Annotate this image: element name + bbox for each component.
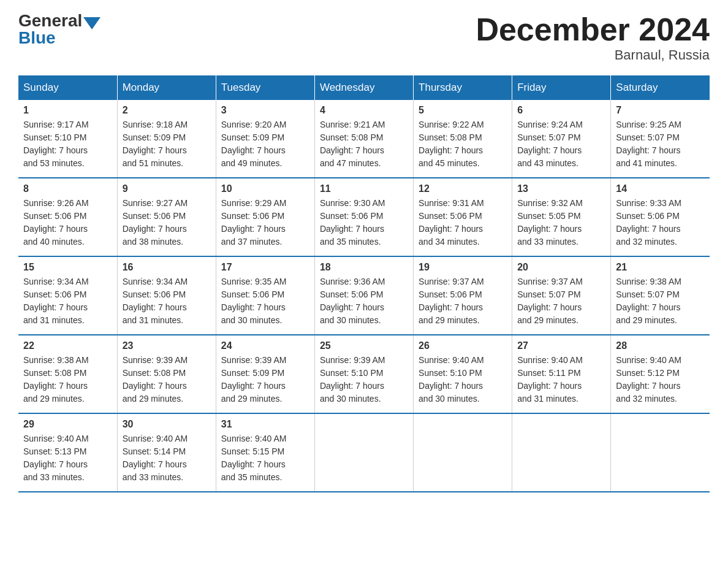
- logo-general-text: General: [18, 12, 82, 29]
- calendar-cell: 7Sunrise: 9:25 AM Sunset: 5:07 PM Daylig…: [611, 100, 710, 178]
- calendar-cell: 23Sunrise: 9:39 AM Sunset: 5:08 PM Dayli…: [117, 335, 216, 413]
- day-info: Sunrise: 9:27 AM Sunset: 5:06 PM Dayligh…: [123, 197, 211, 248]
- day-number: 22: [23, 340, 112, 351]
- day-number: 17: [221, 262, 309, 273]
- day-info: Sunrise: 9:38 AM Sunset: 5:07 PM Dayligh…: [616, 275, 705, 327]
- day-number: 2: [123, 105, 211, 116]
- calendar-cell: 16Sunrise: 9:34 AM Sunset: 5:06 PM Dayli…: [117, 256, 216, 335]
- title-block: December 2024 Barnaul, Russia: [476, 12, 710, 63]
- day-info: Sunrise: 9:40 AM Sunset: 5:13 PM Dayligh…: [23, 432, 112, 484]
- day-number: 11: [320, 183, 408, 194]
- day-number: 8: [23, 183, 112, 194]
- day-info: Sunrise: 9:37 AM Sunset: 5:06 PM Dayligh…: [419, 275, 507, 327]
- day-of-week-header: Thursday: [414, 75, 512, 100]
- day-number: 1: [23, 105, 112, 116]
- day-number: 9: [123, 183, 211, 194]
- logo-arrow-icon: [83, 17, 100, 29]
- calendar-cell: 2Sunrise: 9:18 AM Sunset: 5:09 PM Daylig…: [117, 100, 216, 178]
- day-info: Sunrise: 9:40 AM Sunset: 5:10 PM Dayligh…: [419, 354, 507, 405]
- calendar-cell: 20Sunrise: 9:37 AM Sunset: 5:07 PM Dayli…: [512, 256, 611, 335]
- day-info: Sunrise: 9:40 AM Sunset: 5:12 PM Dayligh…: [616, 354, 705, 405]
- day-number: 25: [320, 340, 408, 351]
- day-info: Sunrise: 9:40 AM Sunset: 5:15 PM Dayligh…: [221, 432, 309, 484]
- day-info: Sunrise: 9:38 AM Sunset: 5:08 PM Dayligh…: [23, 354, 112, 405]
- calendar-week-row: 15Sunrise: 9:34 AM Sunset: 5:06 PM Dayli…: [18, 256, 710, 335]
- day-number: 30: [123, 419, 211, 430]
- calendar-cell: 18Sunrise: 9:36 AM Sunset: 5:06 PM Dayli…: [314, 256, 413, 335]
- day-number: 15: [23, 262, 112, 273]
- day-info: Sunrise: 9:34 AM Sunset: 5:06 PM Dayligh…: [23, 275, 112, 327]
- day-info: Sunrise: 9:36 AM Sunset: 5:06 PM Dayligh…: [320, 275, 408, 327]
- day-number: 7: [616, 105, 705, 116]
- day-number: 3: [221, 105, 309, 116]
- day-of-week-header: Friday: [512, 75, 611, 100]
- calendar-cell: 29Sunrise: 9:40 AM Sunset: 5:13 PM Dayli…: [18, 413, 117, 492]
- calendar-cell: 31Sunrise: 9:40 AM Sunset: 5:15 PM Dayli…: [216, 413, 314, 492]
- calendar-week-row: 1Sunrise: 9:17 AM Sunset: 5:10 PM Daylig…: [18, 100, 710, 178]
- day-info: Sunrise: 9:25 AM Sunset: 5:07 PM Dayligh…: [616, 118, 705, 170]
- calendar-table: SundayMondayTuesdayWednesdayThursdayFrid…: [18, 75, 710, 492]
- calendar-cell: 30Sunrise: 9:40 AM Sunset: 5:14 PM Dayli…: [117, 413, 216, 492]
- calendar-cell: 26Sunrise: 9:40 AM Sunset: 5:10 PM Dayli…: [414, 335, 512, 413]
- calendar-cell: 24Sunrise: 9:39 AM Sunset: 5:09 PM Dayli…: [216, 335, 314, 413]
- day-info: Sunrise: 9:39 AM Sunset: 5:10 PM Dayligh…: [320, 354, 408, 405]
- calendar-cell: 28Sunrise: 9:40 AM Sunset: 5:12 PM Dayli…: [611, 335, 710, 413]
- day-number: 31: [221, 419, 309, 430]
- day-info: Sunrise: 9:39 AM Sunset: 5:09 PM Dayligh…: [221, 354, 309, 405]
- calendar-week-row: 8Sunrise: 9:26 AM Sunset: 5:06 PM Daylig…: [18, 178, 710, 256]
- day-info: Sunrise: 9:29 AM Sunset: 5:06 PM Dayligh…: [221, 197, 309, 248]
- calendar-cell: 3Sunrise: 9:20 AM Sunset: 5:09 PM Daylig…: [216, 100, 314, 178]
- calendar-cell: [314, 413, 413, 492]
- calendar-cell: 14Sunrise: 9:33 AM Sunset: 5:06 PM Dayli…: [611, 178, 710, 256]
- calendar-week-row: 29Sunrise: 9:40 AM Sunset: 5:13 PM Dayli…: [18, 413, 710, 492]
- calendar-cell: 10Sunrise: 9:29 AM Sunset: 5:06 PM Dayli…: [216, 178, 314, 256]
- calendar-cell: 27Sunrise: 9:40 AM Sunset: 5:11 PM Dayli…: [512, 335, 611, 413]
- day-info: Sunrise: 9:20 AM Sunset: 5:09 PM Dayligh…: [221, 118, 309, 170]
- day-of-week-header: Saturday: [611, 75, 710, 100]
- day-number: 21: [616, 262, 705, 273]
- day-number: 27: [517, 340, 605, 351]
- day-of-week-header: Monday: [117, 75, 216, 100]
- day-info: Sunrise: 9:34 AM Sunset: 5:06 PM Dayligh…: [123, 275, 211, 327]
- day-number: 23: [123, 340, 211, 351]
- calendar-cell: 11Sunrise: 9:30 AM Sunset: 5:06 PM Dayli…: [314, 178, 413, 256]
- day-info: Sunrise: 9:39 AM Sunset: 5:08 PM Dayligh…: [123, 354, 211, 405]
- day-number: 20: [517, 262, 605, 273]
- day-number: 19: [419, 262, 507, 273]
- day-info: Sunrise: 9:31 AM Sunset: 5:06 PM Dayligh…: [419, 197, 507, 248]
- calendar-cell: 25Sunrise: 9:39 AM Sunset: 5:10 PM Dayli…: [314, 335, 413, 413]
- day-number: 10: [221, 183, 309, 194]
- day-number: 24: [221, 340, 309, 351]
- day-number: 28: [616, 340, 705, 351]
- day-of-week-header: Tuesday: [216, 75, 314, 100]
- calendar-cell: 1Sunrise: 9:17 AM Sunset: 5:10 PM Daylig…: [18, 100, 117, 178]
- calendar-cell: 8Sunrise: 9:26 AM Sunset: 5:06 PM Daylig…: [18, 178, 117, 256]
- day-number: 4: [320, 105, 408, 116]
- page-header: General Blue December 2024 Barnaul, Russ…: [18, 12, 710, 63]
- calendar-cell: 4Sunrise: 9:21 AM Sunset: 5:08 PM Daylig…: [314, 100, 413, 178]
- calendar-cell: 17Sunrise: 9:35 AM Sunset: 5:06 PM Dayli…: [216, 256, 314, 335]
- day-info: Sunrise: 9:33 AM Sunset: 5:06 PM Dayligh…: [616, 197, 705, 248]
- day-number: 26: [419, 340, 507, 351]
- calendar-cell: [414, 413, 512, 492]
- calendar-cell: 5Sunrise: 9:22 AM Sunset: 5:08 PM Daylig…: [414, 100, 512, 178]
- calendar-cell: 6Sunrise: 9:24 AM Sunset: 5:07 PM Daylig…: [512, 100, 611, 178]
- day-info: Sunrise: 9:37 AM Sunset: 5:07 PM Dayligh…: [517, 275, 605, 327]
- calendar-cell: 12Sunrise: 9:31 AM Sunset: 5:06 PM Dayli…: [414, 178, 512, 256]
- calendar-cell: 19Sunrise: 9:37 AM Sunset: 5:06 PM Dayli…: [414, 256, 512, 335]
- day-number: 13: [517, 183, 605, 194]
- day-of-week-header: Sunday: [18, 75, 117, 100]
- day-info: Sunrise: 9:40 AM Sunset: 5:11 PM Dayligh…: [517, 354, 605, 405]
- calendar-cell: 21Sunrise: 9:38 AM Sunset: 5:07 PM Dayli…: [611, 256, 710, 335]
- day-info: Sunrise: 9:40 AM Sunset: 5:14 PM Dayligh…: [123, 432, 211, 484]
- day-number: 18: [320, 262, 408, 273]
- day-number: 14: [616, 183, 705, 194]
- calendar-cell: 13Sunrise: 9:32 AM Sunset: 5:05 PM Dayli…: [512, 178, 611, 256]
- day-info: Sunrise: 9:17 AM Sunset: 5:10 PM Dayligh…: [23, 118, 112, 170]
- day-info: Sunrise: 9:30 AM Sunset: 5:06 PM Dayligh…: [320, 197, 408, 248]
- day-info: Sunrise: 9:26 AM Sunset: 5:06 PM Dayligh…: [23, 197, 112, 248]
- day-info: Sunrise: 9:18 AM Sunset: 5:09 PM Dayligh…: [123, 118, 211, 170]
- day-number: 6: [517, 105, 605, 116]
- calendar-cell: 22Sunrise: 9:38 AM Sunset: 5:08 PM Dayli…: [18, 335, 117, 413]
- day-info: Sunrise: 9:24 AM Sunset: 5:07 PM Dayligh…: [517, 118, 605, 170]
